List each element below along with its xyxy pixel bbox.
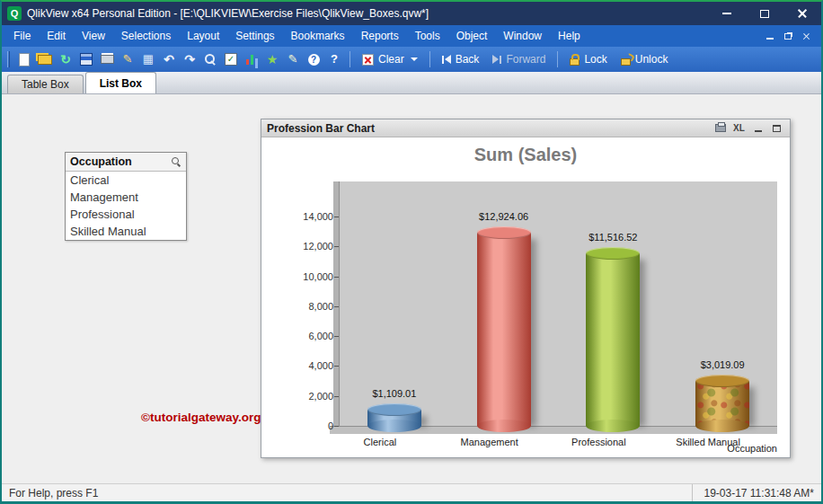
close-button[interactable] <box>783 2 821 25</box>
bar-clerical[interactable] <box>367 410 421 426</box>
bar-skilled-manual[interactable] <box>695 381 749 426</box>
design-grid-button[interactable]: ▦ <box>138 49 158 69</box>
occupation-listbox: Occupation ClericalManagementProfessiona… <box>65 152 187 241</box>
y-tick-mark <box>334 366 339 367</box>
open-icon <box>37 52 53 66</box>
menu-selections[interactable]: Selections <box>113 25 179 47</box>
title-bar: Q QlikView x64 Personal Edition - [E:\QL… <box>2 2 821 25</box>
whats-this-button[interactable]: ? <box>324 49 344 69</box>
chart-caption-bar[interactable]: Profession Bar Chart XL <box>261 119 790 137</box>
chart-minimize-button[interactable] <box>750 122 765 135</box>
menu-file[interactable]: File <box>5 25 39 47</box>
current-selections-button[interactable] <box>221 49 241 69</box>
mdi-close-button[interactable] <box>800 31 812 41</box>
maximize-button[interactable] <box>746 2 783 25</box>
chart-caption-buttons: XL <box>712 122 784 135</box>
cylinder-bottom <box>586 420 640 432</box>
clear-button[interactable]: Clear <box>356 49 424 69</box>
clear-button-label: Clear <box>378 53 404 66</box>
menu-settings[interactable]: Settings <box>227 25 282 47</box>
back-button[interactable]: Back <box>436 49 486 69</box>
forward-button[interactable]: Forward <box>486 49 552 69</box>
maximize-icon <box>773 125 781 132</box>
undo-button[interactable]: ↶ <box>159 49 179 69</box>
menu-tools[interactable]: Tools <box>407 25 448 47</box>
chart-print-button[interactable] <box>712 122 728 135</box>
quick-chart-button[interactable] <box>242 49 261 69</box>
x-category-label: Clerical <box>326 437 434 447</box>
favorites-icon: ★ <box>264 52 280 66</box>
refresh-button[interactable]: ↻ <box>56 49 75 69</box>
cylinder-top <box>367 403 421 416</box>
listbox-item-professional[interactable]: Professional <box>66 206 186 223</box>
close-icon <box>797 8 808 19</box>
chart-caption-title: Profession Bar Chart <box>267 122 375 135</box>
listbox-item-management[interactable]: Management <box>66 189 186 206</box>
listbox-items: ClericalManagementProfessionalSkilled Ma… <box>66 172 186 240</box>
cylinder-bottom <box>477 420 531 432</box>
lock-icon <box>570 58 580 66</box>
redo-button[interactable]: ↷ <box>180 49 199 69</box>
bar-management[interactable] <box>477 233 531 426</box>
edit-sheet-button[interactable]: ✎ <box>118 49 137 69</box>
y-tick-mark <box>334 246 339 247</box>
y-tick-label: 10,000 <box>278 271 333 282</box>
menu-help[interactable]: Help <box>550 25 588 47</box>
print-button[interactable] <box>97 49 117 69</box>
mdi-minimize-button[interactable] <box>764 31 776 41</box>
lock-button-label: Lock <box>584 53 606 66</box>
bar-value-label: $11,516.52 <box>554 232 671 243</box>
refresh-icon: ↻ <box>58 52 74 66</box>
bar-professional[interactable] <box>586 253 640 426</box>
sheet-area: Occupation ClericalManagementProfessiona… <box>2 94 821 483</box>
y-tick-mark <box>334 217 339 217</box>
mdi-close-icon <box>802 32 810 40</box>
menu-edit[interactable]: Edit <box>39 25 74 47</box>
y-tick-label: 6,000 <box>278 331 333 341</box>
menu-bar: FileEditViewSelectionsLayoutSettingsBook… <box>2 25 821 47</box>
tab-table-box[interactable]: Table Box <box>7 75 84 93</box>
help-button[interactable] <box>304 49 323 69</box>
unlock-button[interactable]: Unlock <box>615 49 675 69</box>
menu-reports[interactable]: Reports <box>353 25 407 47</box>
chart-maximize-button[interactable] <box>769 122 784 135</box>
menu-layout[interactable]: Layout <box>179 25 227 47</box>
y-tick-mark <box>334 336 339 337</box>
y-tick-mark <box>334 277 339 278</box>
minimize-button[interactable] <box>708 2 746 25</box>
menu-window[interactable]: Window <box>495 25 550 47</box>
unlock-button-label: Unlock <box>635 53 668 66</box>
x-category-label: Professional <box>544 437 652 447</box>
chart-send-to-excel-button[interactable]: XL <box>731 122 747 135</box>
bar-value-label: $1,109.01 <box>336 388 453 399</box>
tab-list-box[interactable]: List Box <box>85 72 156 93</box>
search-icon[interactable] <box>171 156 181 167</box>
new-button[interactable] <box>14 49 34 69</box>
open-button[interactable] <box>35 49 55 69</box>
listbox-item-skilled-manual[interactable]: Skilled Manual <box>66 223 186 240</box>
toolbar-icons: ↻✎▦↶↷★✎? <box>14 49 344 69</box>
listbox-header[interactable]: Occupation <box>66 153 186 172</box>
maximize-icon <box>760 10 769 18</box>
mdi-restore-button[interactable] <box>782 31 794 41</box>
y-tick-label: 8,000 <box>278 301 333 312</box>
cylinder-top <box>477 226 531 239</box>
save-button[interactable] <box>76 49 96 69</box>
search-button[interactable] <box>200 49 220 69</box>
window-title: QlikView x64 Personal Edition - [E:\QLIK… <box>27 7 703 20</box>
print-icon <box>99 52 115 66</box>
cylinder-top <box>695 375 749 387</box>
favorites-button[interactable]: ★ <box>262 49 282 69</box>
listbox-item-clerical[interactable]: Clerical <box>66 172 186 189</box>
toolbar-grip[interactable] <box>7 51 10 67</box>
listbox-title: Occupation <box>70 155 132 168</box>
menu-object[interactable]: Object <box>448 25 496 47</box>
save-icon <box>78 52 94 66</box>
clear-icon <box>362 54 374 66</box>
chart-body: Sum (Sales) 02,0004,0006,0008,00010,0001… <box>261 137 790 457</box>
menu-view[interactable]: View <box>74 25 113 47</box>
forward-button-label: Forward <box>506 53 545 66</box>
lock-button[interactable]: Lock <box>563 49 613 69</box>
menu-bookmarks[interactable]: Bookmarks <box>283 25 353 47</box>
edit-script-button[interactable]: ✎ <box>283 49 303 69</box>
